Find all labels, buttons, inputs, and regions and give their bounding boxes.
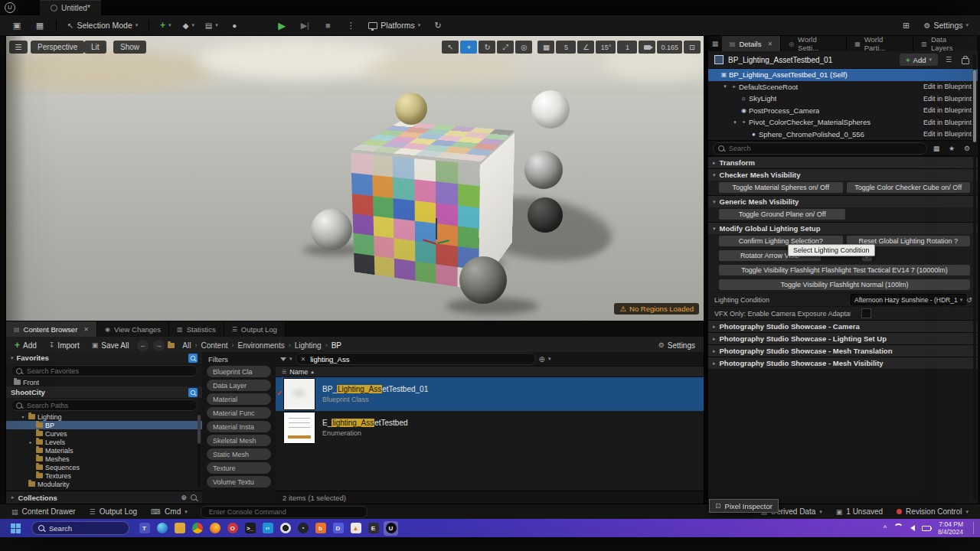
folder-item-sequences[interactable]: Sequences — [6, 463, 202, 471]
selection-mode-dropdown[interactable]: ↖ Selection Mode ▾ — [62, 18, 143, 33]
tab-view-changes[interactable]: ◉View Changes — [97, 321, 169, 337]
section-transform[interactable]: ▸ Transform — [708, 156, 978, 168]
filter-item-material-insta[interactable]: Material Insta — [207, 421, 271, 432]
close-icon[interactable]: ✕ — [767, 41, 773, 47]
content-browser-settings-button[interactable]: ⚙Settings — [653, 337, 701, 353]
color-checker-cube[interactable] — [351, 106, 534, 290]
forward-button[interactable]: → — [153, 340, 165, 351]
asset-list-header[interactable]: ☰ Name ▴ — [276, 366, 704, 377]
editor-utilities-icon[interactable]: ⊞ — [896, 18, 917, 33]
show-desktop-button[interactable] — [973, 522, 977, 534]
taskbar-app-opera[interactable]: O — [225, 521, 240, 536]
folder-item-bp[interactable]: BP — [6, 421, 202, 429]
scrollbar-thumb[interactable] — [198, 415, 201, 444]
settings-dropdown[interactable]: ⚙ Settings ▾ — [919, 18, 974, 33]
asset-search-input[interactable] — [309, 354, 530, 364]
details-search-field[interactable] — [713, 142, 927, 155]
lock-icon[interactable] — [959, 54, 972, 66]
tab-output-log[interactable]: ☰Output Log — [224, 321, 286, 337]
favorites-search-field[interactable] — [11, 365, 198, 377]
revision-control-dropdown[interactable]: Revision Control▾ — [890, 504, 975, 520]
console-input-field[interactable] — [201, 506, 368, 518]
display-filter-icon[interactable]: ▦ — [930, 142, 942, 155]
edit-in-blueprint-link[interactable]: Edit in Blueprint — [917, 83, 972, 90]
wifi-icon[interactable] — [893, 523, 903, 533]
tab-world-setti[interactable]: ◎World Setti... — [781, 36, 847, 51]
section-header-photography-studio-showcase-mesh-translation[interactable]: ▸Photography Studio Showcase - Mesh Tran… — [708, 344, 978, 357]
component-row[interactable]: ▾+DefaultSceneRootEdit in Blueprint — [708, 81, 978, 93]
favorites-search-icon[interactable] — [188, 354, 198, 363]
perspective-dropdown[interactable]: Perspective — [31, 41, 84, 54]
add-component-button[interactable]: + Add ▾ — [900, 54, 938, 66]
folder-item-textures[interactable]: Textures — [6, 471, 202, 480]
section-header-generic-mesh-visibility[interactable]: ▾Generic Mesh Visibility — [708, 195, 978, 207]
battery-icon[interactable] — [922, 526, 931, 531]
sphere-white[interactable] — [531, 90, 570, 129]
save-icon[interactable]: ▣ — [6, 18, 28, 33]
filter-item-static-mesh[interactable]: Static Mesh — [207, 448, 271, 460]
breadcrumb-item-bp[interactable]: BP — [330, 341, 343, 350]
taskbar-app-edge[interactable] — [155, 521, 169, 536]
pixel-inspector-popup[interactable]: ⊡ Pixel Inspector — [709, 499, 779, 513]
panel-dock-icon[interactable]: ▦ — [708, 36, 722, 51]
breadcrumb-item-lighting[interactable]: Lighting — [293, 341, 323, 350]
start-button[interactable] — [11, 523, 21, 533]
taskbar-app-teams[interactable]: T — [137, 521, 152, 536]
expander-icon[interactable]: ▾ — [721, 83, 729, 90]
grid-snap-icon[interactable]: ▦ — [537, 41, 554, 54]
paths-search-field[interactable] — [11, 399, 198, 411]
taskbar-app-vscode[interactable]: ‹› — [260, 521, 275, 536]
details-action-button[interactable]: Toggle Visibility Flashlight Normal (100… — [719, 279, 970, 290]
tab-statistics[interactable]: ▥Statistics — [169, 321, 224, 337]
add-collection-icon[interactable]: ⊕ — [181, 494, 187, 501]
cinematics-dropdown[interactable]: ▤▾ — [201, 18, 222, 33]
taskbar-app-chrome[interactable] — [190, 521, 204, 536]
asset-row[interactable]: E_lighting_AssetTestbedEnumeration — [276, 411, 704, 445]
folder-item-lighting[interactable]: ▾Lighting — [6, 412, 202, 421]
tree-scrollbar[interactable] — [198, 412, 201, 488]
scale-snap-value[interactable]: 1 — [617, 41, 637, 54]
section-header-photography-studio-showcase-camera[interactable]: ▸Photography Studio Showcase - Camera — [708, 320, 978, 332]
filter-item-skeletal-mesh[interactable]: Skeletal Mesh — [207, 435, 271, 446]
favorite-item-front[interactable]: Front — [6, 378, 202, 386]
component-row[interactable]: ◉PostProcess_CameraEdit in Blueprint — [708, 105, 978, 117]
component-row[interactable]: ▾+Pivot_ColorChecker_MaterialSpheresEdit… — [708, 116, 978, 129]
multiplayer-options-icon[interactable]: ⋮ — [340, 18, 361, 33]
edit-in-blueprint-link[interactable]: Edit in Blueprint — [917, 95, 972, 103]
edit-in-blueprint-link[interactable]: Edit in Blueprint — [917, 130, 972, 138]
camera-speed-value[interactable]: 0.165 — [657, 41, 682, 54]
section-header-modify-global-lighting-setup[interactable]: ▾Modify Global Lighting Setup — [708, 222, 978, 234]
section-header-checker-mesh-visibility[interactable]: ▾Checker Mesh Visibility — [708, 168, 978, 181]
vfx-checkbox[interactable] — [861, 308, 871, 318]
details-settings-icon[interactable]: ⚙ — [961, 142, 973, 155]
output-log-button[interactable]: ☰Output Log — [83, 504, 145, 520]
folder-item-modularity[interactable]: Modularity — [6, 480, 202, 488]
tab-details[interactable]: ▤Details✕ — [722, 36, 781, 51]
edit-in-blueprint-link[interactable]: Edit in Blueprint — [917, 106, 972, 114]
level-viewport[interactable]: ☰ Perspective Lit Show ↖ + ↻ ⤢ ◎ ▦ 5 ∠ 1… — [6, 36, 704, 321]
show-dropdown[interactable]: Show — [113, 41, 146, 54]
level-tab[interactable]: Untitled* — [40, 0, 101, 15]
grid-snap-value[interactable]: 5 — [556, 41, 576, 54]
sources-header[interactable]: ShootCity — [6, 386, 202, 398]
filter-item-texture[interactable]: Texture — [207, 462, 271, 474]
breadcrumb-item-all[interactable]: All — [181, 341, 192, 350]
taskbar-app-obs[interactable]: ◔ — [296, 521, 310, 536]
tray-chevron-icon[interactable]: ^ — [884, 524, 887, 532]
launch-dropdown[interactable]: ↻ — [427, 18, 449, 33]
world-space-icon[interactable]: ◎ — [515, 41, 532, 54]
tab-content-browser[interactable]: ▤Content Browser✕ — [6, 321, 97, 337]
component-row[interactable]: ●Sphere_ChromePolished_0_556Edit in Blue… — [708, 129, 978, 141]
clear-search-icon[interactable]: ✕ — [301, 356, 306, 363]
taskbar-app-github[interactable] — [278, 521, 292, 536]
favorites-header[interactable]: ▾ Favorites — [6, 352, 202, 364]
save-search-icon[interactable]: ⊕ — [539, 355, 545, 364]
select-tool-icon[interactable]: ↖ — [442, 41, 459, 54]
tab-world-parti[interactable]: ▦World Parti... — [847, 36, 913, 51]
component-row[interactable]: ▣BP_Lighting_AssetTestbed_01 (Self) — [708, 69, 978, 81]
cmd-dropdown[interactable]: ⌨Cmd▾ — [144, 504, 194, 520]
folder-item-levels[interactable]: ▸Levels — [6, 438, 202, 446]
favorites-search-input[interactable] — [25, 367, 192, 376]
taskbar-app-discord[interactable]: D — [331, 521, 345, 536]
tab-data-layers[interactable]: ▥Data Layers — [913, 36, 978, 51]
